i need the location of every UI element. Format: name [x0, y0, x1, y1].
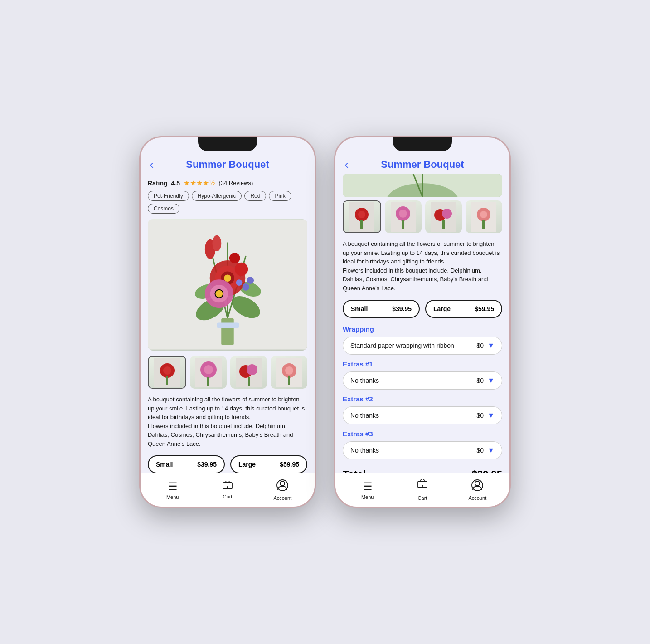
notch-1	[198, 137, 257, 151]
menu-label-1: Menu	[166, 494, 179, 500]
thumbnail-4[interactable]	[271, 356, 307, 389]
description-1: A bouquet containing all the flowers of …	[148, 395, 307, 448]
thumb-2-1[interactable]	[343, 200, 381, 233]
product-image-1	[148, 219, 307, 351]
svg-rect-28	[166, 376, 168, 385]
extras-2-value: No thanks	[350, 412, 477, 419]
svg-point-39	[285, 366, 293, 375]
header-2: ‹ Summer Bouquet	[335, 153, 509, 174]
back-button-1[interactable]: ‹	[150, 157, 154, 172]
star-icons: ★★★★½	[184, 179, 215, 187]
description-2: A bouquet containing all the flowers of …	[343, 239, 502, 293]
svg-point-19	[229, 253, 240, 263]
size-large-btn[interactable]: Large $59.95	[230, 455, 307, 473]
wrapping-price: $0	[477, 342, 484, 349]
total-value: $39.95	[472, 468, 502, 473]
extras-2-arrow-icon: ▼	[487, 411, 495, 420]
thumb-4-art	[271, 356, 307, 389]
thumb-2-3-art	[425, 200, 462, 233]
extras-3-dropdown[interactable]: No thanks $0 ▼	[343, 441, 502, 459]
svg-point-62	[480, 211, 487, 218]
wrapping-dropdown[interactable]: Standard paper wrapping with ribbon $0 ▼	[343, 337, 502, 355]
nav-account-2[interactable]: Account	[464, 479, 491, 501]
phone-2-screen: ‹ Summer Bouquet	[335, 137, 509, 507]
size-small-btn[interactable]: Small $39.95	[148, 455, 225, 473]
thumbnail-3[interactable]	[230, 356, 267, 389]
extras-3-arrow-icon: ▼	[487, 446, 495, 454]
size-small-label: Small	[156, 461, 173, 468]
extras-2-dropdown[interactable]: No thanks $0 ▼	[343, 406, 502, 424]
rating-row: Rating 4.5 ★★★★½ (34 Reviews)	[148, 174, 307, 191]
svg-point-64	[422, 485, 423, 487]
extras-3-price: $0	[477, 447, 484, 454]
extras-2-label: Extras #2	[343, 395, 502, 403]
total-label: Total	[343, 468, 366, 473]
account-icon-2	[471, 479, 483, 494]
tag-cosmos[interactable]: Cosmos	[148, 204, 179, 214]
size-row-2: Small $39.95 Large $59.95	[343, 300, 502, 318]
scroll-content-1[interactable]: Rating 4.5 ★★★★½ (34 Reviews) Pet-Friend…	[141, 174, 315, 473]
svg-point-22	[247, 277, 254, 284]
size-large-price: $59.95	[280, 461, 299, 468]
extras-3-value: No thanks	[350, 447, 477, 454]
tag-red[interactable]: Red	[244, 191, 266, 201]
svg-rect-63	[482, 220, 485, 229]
nav-cart-1[interactable]: Cart	[214, 481, 241, 499]
svg-rect-51	[360, 220, 363, 229]
thumb-2-2[interactable]	[385, 200, 422, 233]
thumbnail-row-2	[343, 200, 502, 233]
cart-label-2: Cart	[418, 495, 427, 501]
thumb-2-4[interactable]	[466, 200, 502, 233]
svg-rect-36	[248, 377, 250, 386]
menu-label-2: Menu	[361, 494, 374, 500]
tag-pet-friendly[interactable]: Pet-Friendly	[148, 191, 189, 201]
tag-hypo-allergenic[interactable]: Hypo-Allergenic	[192, 191, 242, 201]
size-row-1: Small $39.95 Large $59.95	[148, 455, 307, 473]
svg-point-42	[280, 481, 285, 486]
svg-rect-59	[442, 220, 445, 229]
partial-image-top	[343, 174, 502, 197]
size-small-label-2: Small	[351, 305, 368, 312]
extras-1-dropdown[interactable]: No thanks $0 ▼	[343, 371, 502, 390]
svg-point-23	[215, 290, 223, 298]
thumb-2-1-art	[344, 201, 380, 232]
notch-2	[393, 137, 452, 151]
size-small-price: $39.95	[197, 461, 217, 468]
svg-point-24	[224, 274, 231, 282]
cart-icon-2	[417, 479, 428, 494]
size-large-btn-2[interactable]: Large $59.95	[425, 300, 502, 318]
svg-point-27	[163, 366, 171, 375]
nav-cart-2[interactable]: Cart	[409, 479, 436, 501]
menu-icon-1: ☰	[168, 480, 178, 493]
extras-2-price: $0	[477, 412, 484, 419]
svg-point-41	[227, 486, 228, 488]
svg-point-35	[247, 364, 257, 375]
back-button-2[interactable]: ‹	[344, 157, 349, 172]
thumbnail-2[interactable]	[190, 356, 227, 389]
nav-account-1[interactable]: Account	[269, 479, 296, 501]
wrapping-value: Standard paper wrapping with ribbon	[350, 342, 477, 349]
page-title-1: Summer Bouquet	[186, 159, 269, 171]
svg-point-54	[399, 210, 407, 218]
size-large-price-2: $59.95	[475, 305, 494, 312]
svg-point-20	[242, 283, 249, 291]
svg-point-58	[442, 209, 452, 219]
thumb-2-2-art	[385, 200, 422, 233]
screen-1-content: ‹ Summer Bouquet Rating 4.5 ★★★★½ (34 Re…	[141, 153, 315, 507]
svg-point-18	[235, 263, 248, 276]
phone-2: ‹ Summer Bouquet	[334, 136, 511, 508]
thumb-2-3[interactable]	[425, 200, 462, 233]
tag-pink[interactable]: Pink	[269, 191, 291, 201]
nav-menu-2[interactable]: ☰ Menu	[354, 480, 381, 500]
nav-menu-1[interactable]: ☰ Menu	[159, 480, 186, 500]
size-small-btn-2[interactable]: Small $39.95	[343, 300, 420, 318]
scroll-content-2[interactable]: A bouquet containing all the flowers of …	[335, 174, 509, 473]
extras-1-label: Extras #1	[343, 360, 502, 368]
thumbnail-1[interactable]	[148, 356, 186, 389]
svg-point-65	[475, 481, 480, 486]
rating-value: 4.5	[171, 180, 180, 187]
svg-rect-40	[288, 376, 290, 385]
tags-row: Pet-Friendly Hypo-Allergenic Red Pink Co…	[148, 191, 307, 219]
extras-1-value: No thanks	[350, 377, 477, 384]
size-large-label: Large	[238, 461, 256, 468]
